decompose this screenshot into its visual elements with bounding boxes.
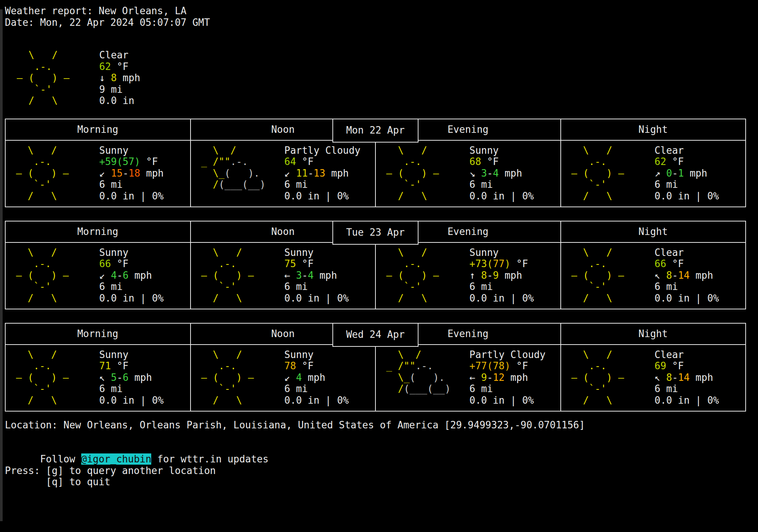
cell-wed-evening: \ / _ /"".-. \_( ). /(___(__) Partly Clo… xyxy=(375,345,560,411)
current-details: Clear 62 °F ↓ 8 mph 9 mi 0.0 in xyxy=(99,49,758,107)
wind-text: ← 9-12 mph xyxy=(469,372,560,383)
wind-text: ↙ 4 mph xyxy=(284,372,375,383)
period-header-night: Night xyxy=(560,119,746,140)
visibility-text: 9 mi xyxy=(99,84,758,95)
forecast-row: \ / .-. ― ( ) ― `-' / \ Sunny 71 °F ↖ 5-… xyxy=(6,345,745,411)
report-footer: Location: New Orleans, Orleans Parish, L… xyxy=(5,419,758,488)
forecast-row: \ / .-. ― ( ) ― `-' / \ Sunny 66 °F ↙ 4-… xyxy=(6,243,745,309)
condition-text: Clear xyxy=(655,247,746,259)
sunny-icon: \ / .-. ― ( ) ― `-' / \ xyxy=(376,247,469,309)
wind-text: ↙ 4-6 mph xyxy=(99,270,190,281)
sunny-icon: \ / .-. ― ( ) ― `-' / \ xyxy=(561,247,655,309)
weather-details: Clear 62 °F ↗ 0-1 mph 6 mi 0.0 in | 0% xyxy=(655,145,746,207)
terminal-screen[interactable]: Weather report: New Orleans, LA Date: Mo… xyxy=(0,0,758,488)
weather-details: Sunny +59(57) °F ↙ 15-18 mph 6 mi 0.0 in… xyxy=(99,145,190,207)
temperature-text: 78 °F xyxy=(284,360,375,372)
precipitation-text: 0.0 in | 0% xyxy=(655,190,746,202)
temperature-text: 66 °F xyxy=(99,258,190,270)
precipitation-text: 0.0 in | 0% xyxy=(469,395,560,406)
cell-tue-night: \ / .-. ― ( ) ― `-' / \ Clear 66 °F ↖ 8-… xyxy=(560,243,746,309)
weather-details: Sunny 78 °F ↙ 4 mph 6 mi 0.0 in | 0% xyxy=(284,349,375,411)
forecast-row: \ / .-. ― ( ) ― `-' / \ Sunny +59(57) °F… xyxy=(6,141,745,207)
follow-text: Follow @igor_chubin for wttr.in updates xyxy=(5,442,758,454)
temperature-text: +77(78) °F xyxy=(469,360,560,372)
day-label-box: Tue 23 Apr xyxy=(332,221,418,245)
precipitation-text: 0.0 in | 0% xyxy=(284,190,375,202)
condition-text: Sunny xyxy=(99,247,190,259)
sunny-icon: \ / .-. ― ( ) ― `-' / \ xyxy=(5,49,99,107)
sunny-icon: \ / .-. ― ( ) ― `-' / \ xyxy=(191,247,284,309)
condition-text: Partly Cloudy xyxy=(284,145,375,156)
day-label: Mon 22 Apr xyxy=(346,125,405,136)
condition-text: Sunny xyxy=(284,247,375,259)
report-date: Date: Mon, 22 Apr 2024 05:07:07 GMT xyxy=(5,17,758,28)
follow-suffix: for wttr.in updates xyxy=(151,453,268,465)
forecast-day-wed: Wed 24 Apr Morning Noon Evening Night \ … xyxy=(5,323,746,412)
precipitation-text: 0.0 in | 0% xyxy=(284,395,375,406)
twitter-handle-link[interactable]: @igor_chubin xyxy=(81,453,152,465)
temperature-text: 62 °F xyxy=(99,61,758,73)
visibility-text: 6 mi xyxy=(99,281,190,293)
period-header-night: Night xyxy=(560,324,746,344)
weather-details: Clear 69 °F ↖ 8-14 mph 6 mi 0.0 in | 0% xyxy=(655,349,746,411)
wind-text: ↙ 15-18 mph xyxy=(99,168,190,179)
period-header-morning: Morning xyxy=(6,324,190,344)
visibility-text: 6 mi xyxy=(655,179,746,190)
condition-text: Clear xyxy=(99,49,758,61)
forecast-day-mon: Mon 22 Apr Morning Noon Evening Night \ … xyxy=(5,119,746,207)
precipitation-text: 0.0 in | 0% xyxy=(284,293,375,304)
cell-mon-evening: \ / .-. ― ( ) ― `-' / \ Sunny 68 °F ↘ 3-… xyxy=(375,141,560,207)
wind-text: ← 3-4 mph xyxy=(284,270,375,281)
temperature-text: 68 °F xyxy=(469,156,560,168)
day-label-box: Mon 22 Apr xyxy=(332,119,418,143)
partly-cloudy-icon: \ / _ /"".-. \_( ). /(___(__) xyxy=(376,349,469,411)
blank-line xyxy=(5,431,758,442)
day-label: Wed 24 Apr xyxy=(346,329,405,340)
weather-details: Sunny 75 °F ← 3-4 mph 6 mi 0.0 in | 0% xyxy=(284,247,375,309)
precipitation-text: 0.0 in | 0% xyxy=(469,293,560,304)
period-header-morning: Morning xyxy=(6,221,190,242)
weather-details: Sunny 71 °F ↖ 5-6 mph 6 mi 0.0 in | 0% xyxy=(99,349,190,411)
visibility-text: 6 mi xyxy=(469,383,560,395)
wind-text: ↖ 8-14 mph xyxy=(655,270,746,281)
condition-text: Sunny xyxy=(99,145,190,156)
precipitation-text: 0.0 in | 0% xyxy=(655,293,746,304)
temperature-text: +59(57) °F xyxy=(99,156,190,168)
partly-cloudy-icon: \ / _ /"".-. \_( ). /(___(__) xyxy=(191,145,284,207)
weather-details: Partly Cloudy 64 °F ↙ 11-13 mph 6 mi 0.0… xyxy=(284,145,375,207)
sunny-icon: \ / .-. ― ( ) ― `-' / \ xyxy=(6,145,99,207)
condition-text: Partly Cloudy xyxy=(469,349,560,361)
wind-text: ↖ 8-14 mph xyxy=(655,372,746,383)
cell-wed-noon: \ / .-. ― ( ) ― `-' / \ Sunny 78 °F ↙ 4 … xyxy=(190,345,375,411)
wind-text: ↗ 0-1 mph xyxy=(655,168,746,179)
visibility-text: 6 mi xyxy=(655,281,746,293)
day-label: Tue 23 Apr xyxy=(346,227,405,238)
forecast-day-tue: Tue 23 Apr Morning Noon Evening Night \ … xyxy=(5,221,746,309)
precipitation-text: 0.0 in | 0% xyxy=(469,190,560,202)
sunny-icon: \ / .-. ― ( ) ― `-' / \ xyxy=(561,145,655,207)
weather-details: Partly Cloudy +77(78) °F ← 9-12 mph 6 mi… xyxy=(469,349,560,411)
report-header: Weather report: New Orleans, LA Date: Mo… xyxy=(5,5,758,28)
visibility-text: 6 mi xyxy=(99,179,190,190)
visibility-text: 6 mi xyxy=(469,179,560,190)
visibility-text: 6 mi xyxy=(284,179,375,190)
cell-mon-morning: \ / .-. ― ( ) ― `-' / \ Sunny +59(57) °F… xyxy=(6,141,190,207)
wind-text: ↘ 3-4 mph xyxy=(469,168,560,179)
visibility-text: 6 mi xyxy=(284,281,375,293)
temperature-text: 66 °F xyxy=(655,258,746,270)
current-conditions: \ / .-. ― ( ) ― `-' / \ Clear 62 °F ↓ 8 … xyxy=(5,49,758,107)
visibility-text: 6 mi xyxy=(469,281,560,293)
temperature-text: 75 °F xyxy=(284,258,375,270)
condition-text: Sunny xyxy=(469,145,560,156)
wind-text: ↑ 8-9 mph xyxy=(469,270,560,281)
location-text: Location: New Orleans, Orleans Parish, L… xyxy=(5,419,758,431)
day-label-box: Wed 24 Apr xyxy=(332,323,418,347)
visibility-text: 6 mi xyxy=(99,383,190,395)
follow-prefix: Follow xyxy=(40,453,81,465)
report-title: Weather report: New Orleans, LA xyxy=(5,5,758,17)
condition-text: Sunny xyxy=(99,349,190,361)
sunny-icon: \ / .-. ― ( ) ― `-' / \ xyxy=(6,247,99,309)
condition-text: Clear xyxy=(655,349,746,361)
cell-wed-morning: \ / .-. ― ( ) ― `-' / \ Sunny 71 °F ↖ 5-… xyxy=(6,345,190,411)
cell-wed-night: \ / .-. ― ( ) ― `-' / \ Clear 69 °F ↖ 8-… xyxy=(560,345,746,411)
